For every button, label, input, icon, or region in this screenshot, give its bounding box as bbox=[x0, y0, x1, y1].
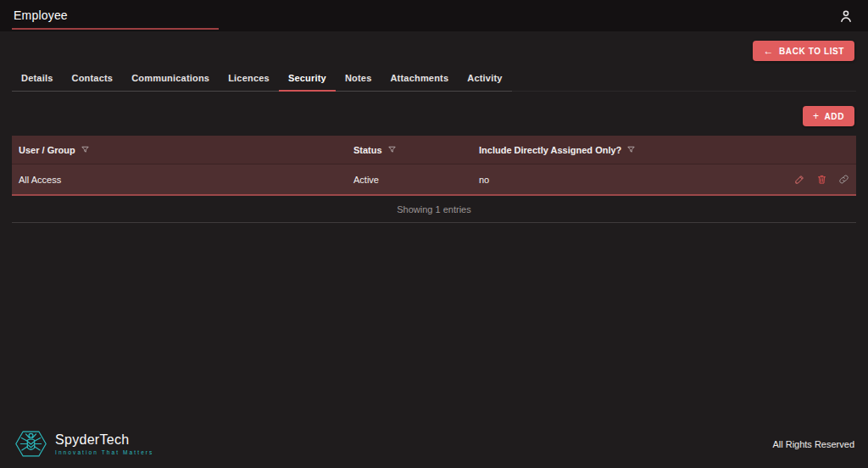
tab-security[interactable]: Security bbox=[279, 70, 336, 92]
column-header-status[interactable]: Status bbox=[353, 145, 479, 155]
cell-include-directly-assigned: no bbox=[479, 175, 748, 185]
security-table: User / Group Status Include Directly Ass… bbox=[12, 136, 856, 196]
back-arrow-icon: ← bbox=[763, 46, 774, 56]
spider-logo-icon bbox=[14, 426, 48, 461]
tab-bar: Details Contacts Communications Licences… bbox=[12, 70, 856, 92]
user-account-icon[interactable] bbox=[836, 6, 856, 26]
cell-user-group: All Access bbox=[19, 175, 353, 185]
footer: SpyderTech Innovation That Matters All R… bbox=[0, 426, 868, 468]
brand-name: SpyderTech bbox=[55, 432, 153, 448]
plus-icon: + bbox=[813, 111, 820, 121]
page-title-field[interactable]: Employee bbox=[12, 3, 219, 30]
add-button[interactable]: + ADD bbox=[803, 106, 854, 126]
tab-strip: Details Contacts Communications Licences… bbox=[12, 70, 512, 92]
rights-text: All Rights Reserved bbox=[772, 439, 854, 449]
tab-communications[interactable]: Communications bbox=[122, 70, 219, 92]
column-header-user-group[interactable]: User / Group bbox=[19, 145, 353, 155]
topbar: Employee bbox=[0, 0, 868, 31]
link-icon[interactable] bbox=[838, 174, 849, 185]
table-summary: Showing 1 entries bbox=[0, 196, 868, 222]
app-root: Employee ← BACK TO LIST Details Contacts… bbox=[0, 0, 868, 468]
filter-icon[interactable] bbox=[387, 145, 397, 154]
column-header-label: Status bbox=[353, 145, 382, 155]
add-row: + ADD bbox=[0, 106, 868, 126]
page-title: Employee bbox=[14, 8, 68, 22]
row-actions bbox=[748, 174, 849, 185]
tab-contacts[interactable]: Contacts bbox=[62, 70, 122, 92]
filter-icon[interactable] bbox=[626, 145, 636, 154]
filter-icon[interactable] bbox=[81, 145, 90, 154]
tab-details[interactable]: Details bbox=[12, 70, 62, 92]
table-header-row: User / Group Status Include Directly Ass… bbox=[12, 136, 856, 164]
tab-attachments[interactable]: Attachments bbox=[381, 70, 458, 92]
delete-icon[interactable] bbox=[816, 174, 827, 185]
main-content: ← BACK TO LIST Details Contacts Communic… bbox=[0, 31, 868, 223]
table-row[interactable]: All Access Active no bbox=[12, 164, 856, 196]
back-row: ← BACK TO LIST bbox=[0, 41, 868, 61]
cell-status: Active bbox=[353, 175, 479, 185]
back-to-list-button[interactable]: ← BACK TO LIST bbox=[753, 41, 854, 61]
column-header-label: Include Directly Assigned Only? bbox=[479, 145, 621, 155]
edit-icon[interactable] bbox=[794, 174, 805, 185]
tab-licences[interactable]: Licences bbox=[219, 70, 279, 92]
column-header-include-directly-assigned[interactable]: Include Directly Assigned Only? bbox=[479, 145, 748, 155]
add-label: ADD bbox=[825, 112, 844, 121]
brand: SpyderTech Innovation That Matters bbox=[14, 426, 153, 461]
brand-tagline: Innovation That Matters bbox=[55, 449, 153, 455]
brand-text: SpyderTech Innovation That Matters bbox=[55, 432, 153, 455]
column-header-label: User / Group bbox=[19, 145, 75, 155]
back-to-list-label: BACK TO LIST bbox=[779, 47, 844, 56]
tab-activity[interactable]: Activity bbox=[458, 70, 511, 92]
tab-notes[interactable]: Notes bbox=[336, 70, 381, 92]
section-divider bbox=[12, 222, 856, 223]
